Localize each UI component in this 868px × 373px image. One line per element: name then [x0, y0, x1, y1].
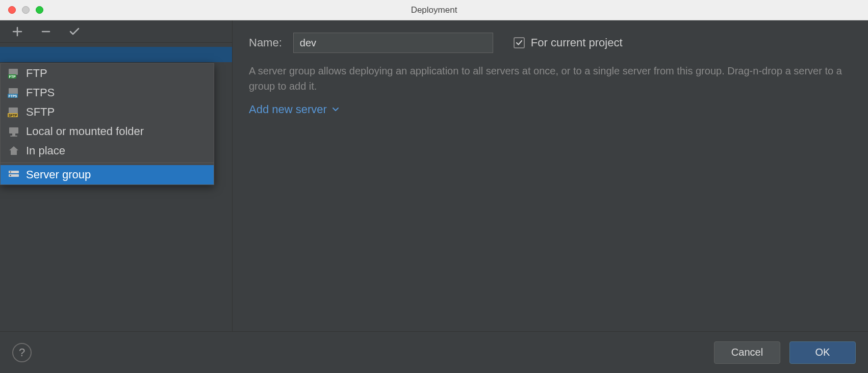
local-folder-icon — [8, 126, 20, 137]
svg-rect-0 — [9, 69, 18, 75]
svg-rect-9 — [9, 127, 18, 134]
remove-button[interactable] — [39, 24, 53, 39]
name-label: Name: — [249, 36, 282, 49]
menu-item-label: FTP — [26, 67, 47, 80]
window-controls — [0, 6, 43, 14]
menu-item-local[interactable]: Local or mounted folder — [1, 122, 214, 141]
ftps-icon: FTPS — [8, 87, 20, 98]
for-current-project-label: For current project — [531, 36, 623, 49]
close-window-button[interactable] — [8, 6, 16, 14]
menu-item-ftps[interactable]: FTPS FTPS — [1, 83, 214, 102]
ok-button-label: OK — [815, 347, 830, 358]
menu-item-label: SFTP — [26, 105, 55, 119]
svg-text:SFTP: SFTP — [9, 114, 17, 117]
checkmark-icon — [68, 25, 81, 38]
footer-buttons: Cancel OK — [714, 341, 856, 364]
zoom-window-button[interactable] — [36, 6, 43, 14]
description-text: A server group allows deploying an appli… — [249, 63, 852, 94]
server-group-icon — [8, 169, 20, 180]
menu-item-sftp[interactable]: SFTP SFTP — [1, 102, 214, 122]
ftp-icon: FTP — [8, 68, 20, 79]
sidebar-selected-row[interactable] — [0, 47, 232, 62]
menu-item-label: FTPS — [26, 86, 55, 99]
footer: ? Cancel OK — [0, 331, 868, 373]
minus-icon — [41, 26, 51, 37]
svg-rect-3 — [9, 88, 18, 94]
titlebar: Deployment — [0, 0, 868, 20]
cancel-button[interactable]: Cancel — [714, 341, 780, 364]
menu-separator — [1, 163, 214, 163]
content-area: FTP FTP FTPS FTPS SFTP SFTP Loca — [0, 20, 868, 331]
svg-point-15 — [10, 175, 11, 176]
cancel-button-label: Cancel — [731, 347, 763, 358]
help-button[interactable]: ? — [12, 343, 32, 362]
for-current-project-checkbox[interactable] — [514, 37, 525, 48]
main-panel: Name: For current project A server group… — [233, 20, 868, 331]
ok-button[interactable]: OK — [789, 341, 856, 364]
in-place-icon — [8, 145, 20, 156]
minimize-window-button[interactable] — [22, 6, 30, 14]
add-button[interactable] — [10, 24, 24, 39]
set-default-button[interactable] — [67, 24, 82, 39]
add-new-server-link[interactable]: Add new server — [249, 103, 852, 116]
sidebar: FTP FTP FTPS FTPS SFTP SFTP Loca — [0, 20, 233, 331]
menu-item-server-group[interactable]: Server group — [1, 165, 214, 184]
svg-text:FTP: FTP — [9, 75, 16, 78]
chevron-down-icon — [332, 106, 339, 113]
name-row: Name: For current project — [249, 33, 852, 53]
menu-item-in-place[interactable]: In place — [1, 141, 214, 161]
check-icon — [515, 39, 523, 47]
svg-rect-11 — [10, 136, 17, 137]
for-current-project-wrap: For current project — [514, 36, 623, 49]
svg-point-14 — [10, 171, 11, 172]
plus-icon — [12, 26, 22, 37]
window-title: Deployment — [411, 5, 457, 15]
menu-item-label: Server group — [26, 168, 91, 181]
svg-text:FTPS: FTPS — [9, 94, 17, 98]
add-new-server-label: Add new server — [249, 103, 327, 116]
sidebar-toolbar — [0, 20, 232, 43]
help-icon: ? — [19, 346, 25, 359]
menu-item-label: In place — [26, 144, 65, 157]
sftp-icon: SFTP — [8, 106, 20, 118]
name-input[interactable] — [293, 33, 493, 53]
menu-item-label: Local or mounted folder — [26, 125, 144, 138]
menu-item-ftp[interactable]: FTP FTP — [1, 64, 214, 83]
svg-rect-6 — [9, 108, 18, 114]
add-server-popup: FTP FTP FTPS FTPS SFTP SFTP Loca — [0, 63, 214, 185]
svg-rect-10 — [12, 134, 15, 136]
